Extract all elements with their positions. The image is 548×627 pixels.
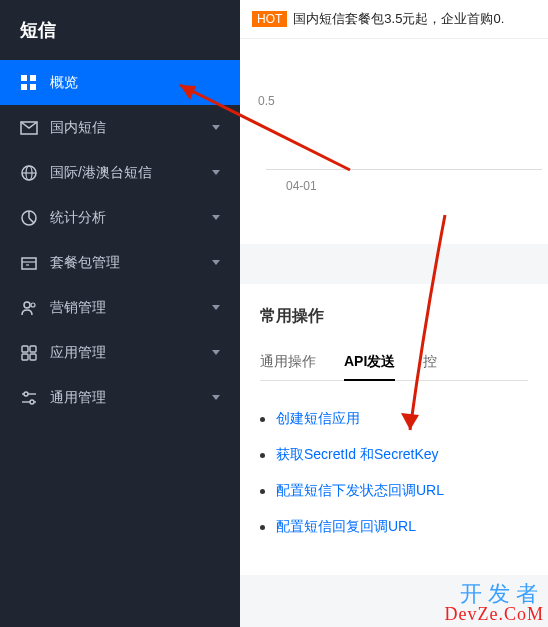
chart-x-tick: 04-01 bbox=[286, 179, 317, 193]
link-get-secret[interactable]: 获取SecretId 和SecretKey bbox=[276, 446, 439, 462]
chevron-down-icon bbox=[212, 395, 220, 400]
sidebar-item-marketing-management[interactable]: 营销管理 bbox=[0, 285, 240, 330]
banner-text: 国内短信套餐包3.5元起，企业首购0. bbox=[293, 11, 504, 26]
svg-rect-1 bbox=[30, 75, 36, 81]
sidebar-item-statistics[interactable]: 统计分析 bbox=[0, 195, 240, 240]
chevron-down-icon bbox=[212, 125, 220, 130]
tab-general-ops[interactable]: 通用操作 bbox=[260, 345, 316, 381]
promo-banner: HOT国内短信套餐包3.5元起，企业首购0. bbox=[240, 0, 548, 39]
mail-icon bbox=[20, 119, 38, 137]
svg-rect-17 bbox=[30, 354, 36, 360]
sidebar-item-label: 国内短信 bbox=[50, 119, 212, 137]
operation-list: 创建短信应用 获取SecretId 和SecretKey 配置短信下发状态回调U… bbox=[260, 401, 528, 545]
common-operations-title: 常用操作 bbox=[260, 306, 528, 327]
svg-point-12 bbox=[24, 302, 30, 308]
list-item: 配置短信下发状态回调URL bbox=[260, 473, 528, 509]
chart-baseline bbox=[266, 169, 542, 170]
tab-control[interactable]: 控 bbox=[423, 345, 437, 381]
chart-y-tick: 0.5 bbox=[258, 94, 275, 108]
sidebar-item-label: 通用管理 bbox=[50, 389, 212, 407]
sidebar: 短信 概览 国内短信 国际/港澳台短信 统计分析 套餐包管理 bbox=[0, 0, 240, 627]
svg-rect-9 bbox=[22, 258, 36, 269]
chevron-down-icon bbox=[212, 305, 220, 310]
svg-rect-3 bbox=[30, 84, 36, 90]
link-config-reply-callback[interactable]: 配置短信回复回调URL bbox=[276, 518, 416, 534]
tabs: 通用操作 API发送 控 bbox=[260, 345, 528, 381]
sidebar-title: 短信 bbox=[0, 0, 240, 60]
hot-badge: HOT bbox=[252, 11, 287, 27]
svg-point-19 bbox=[24, 392, 28, 396]
sidebar-item-general-management[interactable]: 通用管理 bbox=[0, 375, 240, 420]
chevron-down-icon bbox=[212, 260, 220, 265]
svg-point-21 bbox=[30, 400, 34, 404]
main-content: HOT国内短信套餐包3.5元起，企业首购0. 0.5 04-01 常用操作 通用… bbox=[240, 0, 548, 627]
svg-rect-2 bbox=[21, 84, 27, 90]
list-item: 获取SecretId 和SecretKey bbox=[260, 437, 528, 473]
tab-api-send[interactable]: API发送 bbox=[344, 345, 395, 381]
sidebar-item-label: 国际/港澳台短信 bbox=[50, 164, 212, 182]
link-create-sms-app[interactable]: 创建短信应用 bbox=[276, 410, 360, 426]
people-icon bbox=[20, 299, 38, 317]
chevron-down-icon bbox=[212, 215, 220, 220]
app-icon bbox=[20, 344, 38, 362]
globe-icon bbox=[20, 164, 38, 182]
sidebar-item-label: 应用管理 bbox=[50, 344, 212, 362]
sidebar-item-label: 套餐包管理 bbox=[50, 254, 212, 272]
chart-area: 0.5 04-01 bbox=[240, 39, 548, 244]
link-config-status-callback[interactable]: 配置短信下发状态回调URL bbox=[276, 482, 444, 498]
settings-icon bbox=[20, 389, 38, 407]
svg-rect-14 bbox=[22, 346, 28, 352]
overview-icon bbox=[20, 74, 38, 92]
sidebar-item-package-management[interactable]: 套餐包管理 bbox=[0, 240, 240, 285]
list-item: 配置短信回复回调URL bbox=[260, 509, 528, 545]
package-icon bbox=[20, 254, 38, 272]
chevron-down-icon bbox=[212, 350, 220, 355]
svg-rect-0 bbox=[21, 75, 27, 81]
svg-rect-16 bbox=[22, 354, 28, 360]
sidebar-item-domestic-sms[interactable]: 国内短信 bbox=[0, 105, 240, 150]
sidebar-item-app-management[interactable]: 应用管理 bbox=[0, 330, 240, 375]
sidebar-item-label: 营销管理 bbox=[50, 299, 212, 317]
svg-point-13 bbox=[31, 303, 35, 307]
sidebar-item-label: 统计分析 bbox=[50, 209, 212, 227]
chevron-down-icon bbox=[212, 170, 220, 175]
chart-icon bbox=[20, 209, 38, 227]
sidebar-item-international-sms[interactable]: 国际/港澳台短信 bbox=[0, 150, 240, 195]
common-operations-panel: 常用操作 通用操作 API发送 控 创建短信应用 获取SecretId 和Sec… bbox=[240, 284, 548, 575]
sidebar-item-overview[interactable]: 概览 bbox=[0, 60, 240, 105]
list-item: 创建短信应用 bbox=[260, 401, 528, 437]
svg-rect-15 bbox=[30, 346, 36, 352]
sidebar-item-label: 概览 bbox=[50, 74, 220, 92]
